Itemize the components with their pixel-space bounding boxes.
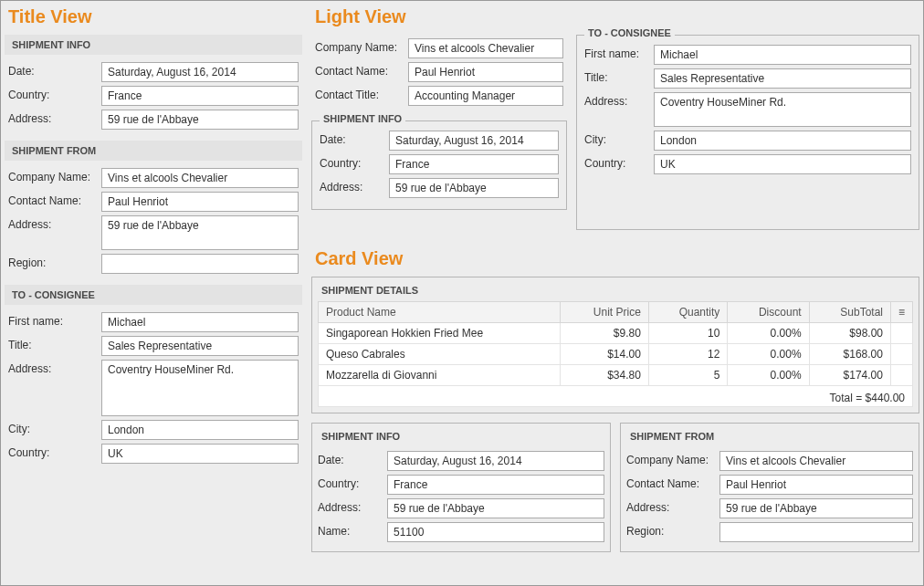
consignee-address-textarea[interactable]: Coventry HouseMiner Rd. (101, 360, 299, 416)
lv-consignee-legend: TO - CONSIGNEE (584, 27, 675, 38)
app-frame: Title View SHIPMENT INFO Date: Country: … (0, 0, 924, 586)
cell-product[interactable]: Singaporean Hokkien Fried Mee (319, 323, 561, 344)
cell-empty (890, 344, 912, 365)
lv-country-label: Country: (320, 154, 383, 170)
cv-region-field[interactable] (719, 522, 913, 542)
cell-empty (890, 323, 912, 344)
shipment-details-table: Product Name Unit Price Quantity Discoun… (318, 301, 913, 386)
address-label: Address: (8, 110, 96, 125)
table-row: Mozzarella di Giovanni $34.80 5 0.00% $1… (319, 365, 913, 386)
shipment-details-panel: SHIPMENT DETAILS Product Name Unit Price… (311, 277, 919, 413)
cell-subtotal[interactable]: $168.00 (809, 344, 890, 365)
lv-date-label: Date: (320, 131, 383, 146)
to-consignee-header: TO - CONSIGNEE (5, 285, 302, 305)
cell-qty[interactable]: 10 (648, 323, 728, 344)
date-field[interactable] (101, 62, 299, 82)
lv-address-label: Address: (320, 178, 383, 194)
cv-address-label-2: Address: (626, 498, 714, 514)
card-view-heading: Card View (315, 248, 919, 269)
date-label: Date: (8, 62, 96, 78)
grid-total-line: Total = $440.00 (318, 386, 913, 407)
address-field[interactable] (101, 110, 299, 130)
cell-subtotal[interactable]: $174.00 (809, 365, 890, 386)
card-shipment-info-header: SHIPMENT INFO (318, 429, 604, 447)
lv-country-label-2: Country: (584, 154, 648, 170)
cell-empty (890, 365, 912, 386)
lv-contact-title-field[interactable] (408, 86, 563, 106)
contact-name-label: Contact Name: (8, 192, 96, 207)
country-field[interactable] (101, 86, 299, 106)
lv-first-name-label: First name: (584, 45, 648, 60)
country-label: Country: (8, 86, 96, 101)
address-label-2: Address: (8, 215, 96, 231)
consignee-country-field[interactable] (101, 444, 299, 464)
cv-country-label: Country: (318, 475, 382, 490)
col-quantity[interactable]: Quantity (648, 302, 728, 323)
col-discount[interactable]: Discount (728, 302, 809, 323)
shipment-details-header: SHIPMENT DETAILS (318, 283, 913, 301)
cell-product[interactable]: Mozzarella di Giovanni (319, 365, 561, 386)
lv-city-label: City: (584, 131, 648, 146)
lv-country-field[interactable] (389, 154, 559, 174)
first-name-field[interactable] (101, 312, 299, 332)
region-field[interactable] (101, 254, 299, 274)
lv-consignee-country-field[interactable] (654, 154, 911, 174)
lv-contact-name-field[interactable] (408, 62, 563, 82)
col-subtotal[interactable]: SubTotal (809, 302, 890, 323)
title-view-heading: Title View (8, 6, 302, 27)
lv-company-name-field[interactable] (408, 38, 563, 58)
cv-company-name-field[interactable] (719, 451, 913, 471)
lv-shipment-info-legend: SHIPMENT INFO (320, 113, 405, 124)
card-shipment-info-panel: SHIPMENT INFO Date: Country: Address: Na… (311, 423, 611, 552)
city-label: City: (8, 420, 96, 435)
table-row: Queso Cabrales $14.00 12 0.00% $168.00 (319, 344, 913, 365)
lv-contact-name-label: Contact Name: (315, 62, 403, 78)
consignee-country-label: Country: (8, 444, 96, 459)
contact-name-field[interactable] (101, 192, 299, 212)
total-prefix: Total = (830, 392, 866, 404)
cv-country-field[interactable] (387, 475, 604, 495)
company-name-field[interactable] (101, 168, 299, 188)
lv-title-field[interactable] (654, 68, 911, 89)
lv-first-name-field[interactable] (654, 45, 911, 65)
right-column: Light View Company Name: Contact Name: C… (311, 5, 919, 581)
lv-date-field[interactable] (389, 131, 559, 151)
grid-menu-icon[interactable]: ≡ (890, 302, 912, 323)
cell-qty[interactable]: 12 (648, 344, 728, 365)
title-label: Title: (8, 336, 96, 351)
city-field[interactable] (101, 420, 299, 440)
col-unit-price[interactable]: Unit Price (561, 302, 649, 323)
card-shipment-from-panel: SHIPMENT FROM Company Name: Contact Name… (620, 423, 919, 552)
cell-subtotal[interactable]: $98.00 (809, 323, 890, 344)
table-row: Singaporean Hokkien Fried Mee $9.80 10 0… (319, 323, 913, 344)
lv-contact-title-label: Contact Title: (315, 86, 403, 101)
cv-address-label: Address: (318, 498, 382, 514)
cv-contact-name-field[interactable] (719, 475, 913, 495)
lv-consignee-address-textarea[interactable]: Coventry HouseMiner Rd. (654, 92, 911, 127)
cv-address-field[interactable] (387, 498, 604, 518)
total-value: $440.00 (866, 392, 905, 404)
cell-qty[interactable]: 5 (648, 365, 728, 386)
title-field[interactable] (101, 336, 299, 356)
cv-region-label: Region: (626, 522, 714, 538)
cv-sf-address-field[interactable] (719, 498, 913, 518)
lv-address-label-2: Address: (584, 92, 648, 108)
cell-discount[interactable]: 0.00% (728, 344, 809, 365)
lv-title-label: Title: (584, 68, 648, 84)
lv-address-field[interactable] (389, 178, 559, 198)
cv-name-field[interactable] (387, 522, 604, 542)
cell-unit-price[interactable]: $34.80 (561, 365, 649, 386)
cv-date-field[interactable] (387, 451, 604, 471)
lv-city-field[interactable] (654, 131, 911, 151)
cv-contact-name-label: Contact Name: (626, 475, 714, 490)
cell-unit-price[interactable]: $14.00 (561, 344, 649, 365)
title-view-column: Title View SHIPMENT INFO Date: Country: … (5, 5, 302, 581)
cell-product[interactable]: Queso Cabrales (319, 344, 561, 365)
col-product-name[interactable]: Product Name (319, 302, 561, 323)
cell-discount[interactable]: 0.00% (728, 365, 809, 386)
region-label: Region: (8, 254, 96, 269)
cv-name-label: Name: (318, 522, 382, 538)
address-textarea[interactable]: 59 rue de l'Abbaye (101, 215, 299, 250)
cell-unit-price[interactable]: $9.80 (561, 323, 649, 344)
cell-discount[interactable]: 0.00% (728, 323, 809, 344)
